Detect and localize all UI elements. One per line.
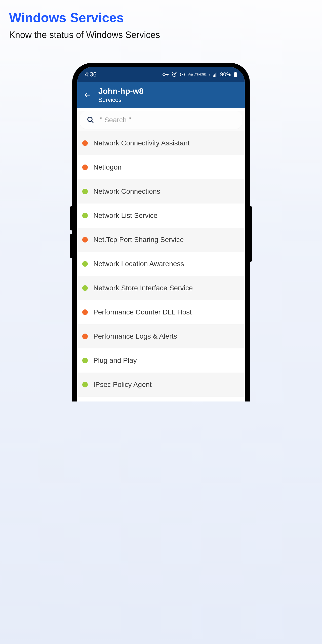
status-time: 4:36	[85, 71, 97, 78]
service-name: Network Connections	[93, 187, 160, 195]
service-name: Network Connectivity Assistant	[93, 139, 190, 147]
service-name: Plug and Play	[93, 356, 137, 365]
page-title: Windows Services	[9, 10, 313, 25]
service-row[interactable]: Net.Tcp Port Sharing Service	[77, 228, 245, 252]
service-name: Network Store Interface Service	[93, 284, 193, 292]
svg-point-0	[163, 73, 165, 76]
service-row[interactable]: Network Location Awareness	[77, 252, 245, 276]
service-row[interactable]: Plug and Play	[77, 348, 245, 373]
service-name: Netlogon	[93, 163, 122, 171]
service-row[interactable]: Network Connections	[77, 179, 245, 204]
service-name: Performance Counter DLL Host	[93, 308, 192, 316]
status-dot	[82, 189, 88, 194]
signal-icon	[213, 72, 218, 77]
status-dot	[82, 213, 88, 218]
back-button[interactable]	[83, 91, 91, 99]
status-dot	[82, 358, 88, 363]
status-dot	[82, 382, 88, 387]
phone-frame: 4:36 Vo)) LTE+ LTE1 ↓↑	[72, 63, 250, 401]
svg-rect-6	[214, 74, 215, 77]
service-name: IPsec Policy Agent	[93, 381, 152, 389]
service-name: Net.Tcp Port Sharing Service	[93, 236, 184, 244]
search-bar[interactable]	[80, 111, 242, 129]
vpn-key-icon	[163, 72, 169, 77]
service-name: Performance Logs & Alerts	[93, 332, 177, 340]
service-row[interactable]: Network Store Interface Service	[77, 276, 245, 300]
service-row[interactable]: Network List Service	[77, 204, 245, 228]
battery-percent: 90%	[220, 71, 231, 78]
appbar-subtitle: Services	[98, 96, 144, 103]
alarm-icon	[172, 72, 177, 77]
status-dot	[82, 261, 88, 267]
status-dot	[82, 165, 88, 170]
search-input[interactable]	[100, 116, 235, 124]
svg-point-4	[182, 74, 183, 75]
service-row[interactable]: Netlogon	[77, 155, 245, 179]
search-icon	[87, 116, 94, 124]
status-dot	[82, 309, 88, 315]
status-bar: 4:36 Vo)) LTE+ LTE1 ↓↑	[77, 67, 245, 82]
arrow-left-icon	[84, 91, 91, 99]
service-row[interactable]: Performance Counter DLL Host	[77, 300, 245, 324]
svg-rect-9	[235, 72, 236, 72]
app-bar: John-hp-w8 Services	[77, 82, 245, 108]
service-row[interactable]: Network Connectivity Assistant	[77, 131, 245, 155]
status-dot	[82, 285, 88, 291]
services-list: Network Connectivity AssistantNetlogonNe…	[77, 131, 245, 397]
svg-rect-10	[234, 72, 237, 77]
status-dot	[82, 237, 88, 243]
svg-rect-8	[217, 72, 217, 77]
appbar-title: John-hp-w8	[98, 87, 144, 96]
status-dot	[82, 140, 88, 146]
page-subtitle: Know the status of Windows Services	[9, 30, 313, 40]
svg-rect-2	[168, 74, 168, 76]
service-row[interactable]: Performance Logs & Alerts	[77, 324, 245, 348]
phone-screen: 4:36 Vo)) LTE+ LTE1 ↓↑	[77, 67, 245, 401]
service-row[interactable]: IPsec Policy Agent	[77, 373, 245, 397]
svg-rect-7	[215, 73, 216, 77]
service-name: Network List Service	[93, 212, 157, 220]
service-name: Network Location Awareness	[93, 260, 184, 268]
battery-icon	[234, 72, 237, 77]
svg-rect-5	[213, 75, 214, 77]
lte-indicator: Vo)) LTE+ LTE1 ↓↑	[188, 73, 210, 76]
hotspot-icon	[180, 72, 185, 77]
status-dot	[82, 334, 88, 339]
